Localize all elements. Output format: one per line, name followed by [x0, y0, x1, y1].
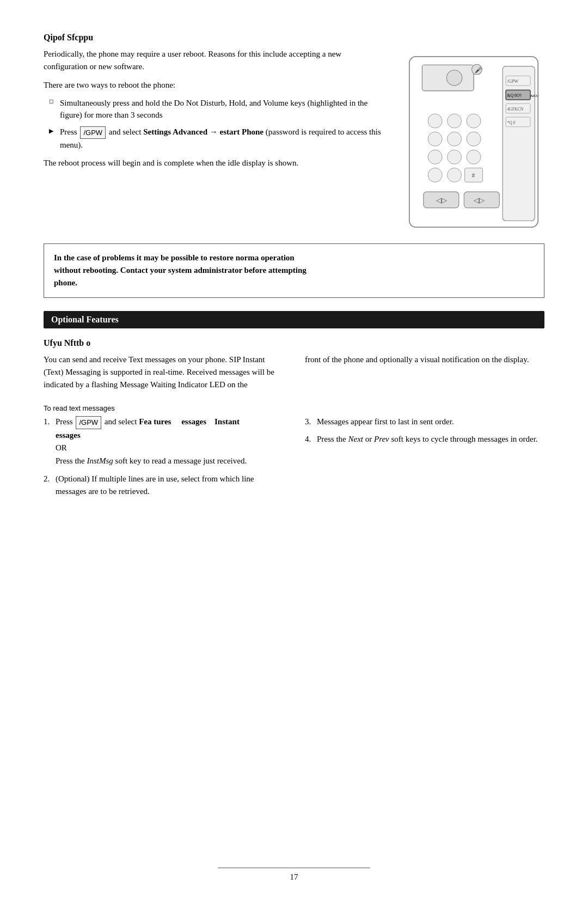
svg-text:&Q 0O†: &Q 0O† — [507, 93, 522, 98]
page-footer: 17 — [0, 868, 588, 882]
para2: There are two ways to reboot the phone: — [44, 79, 387, 91]
svg-point-26 — [448, 168, 462, 182]
svg-text:🎤: 🎤 — [475, 66, 482, 74]
svg-point-18 — [467, 114, 481, 128]
bullet-item-2: Press /GPW and select Settings Advanced … — [49, 126, 387, 151]
reboot-title: Qipof Sfcppu — [44, 33, 544, 42]
step1-content: Press /GPW and select Fea tures essages … — [56, 417, 247, 465]
infobox-line2: without rebooting. Contact your system a… — [54, 264, 534, 277]
features-para1: You can send and receive Text messages o… — [44, 353, 283, 392]
page: Qipof Sfcppu Periodically, the phone may… — [0, 0, 588, 909]
step-4: 4. Press the Next or Prev soft keys to c… — [305, 433, 544, 446]
step-1: 1. Press /GPW and select Fea tures essag… — [44, 416, 283, 467]
svg-text:#: # — [471, 172, 475, 179]
features-para1-right: front of the phone and optionally a visu… — [305, 353, 544, 366]
svg-point-22 — [428, 150, 442, 164]
phone-diagram-container: 🎤 /GPW &Q 0O† &KU 4GFKCN * — [403, 48, 544, 234]
steps-left: 1. Press /GPW and select Fea tures essag… — [44, 416, 283, 503]
section-optional-features: Optional Features Ufyu Nfttb o You can s… — [44, 311, 544, 504]
svg-point-25 — [428, 168, 442, 182]
bullet-item-1: Simultaneously press and hold the Do Not… — [49, 97, 387, 121]
restart-bold: → estart Phone — [210, 127, 264, 136]
svg-point-20 — [448, 132, 462, 146]
step1-bold: Fea tures essages Instant — [139, 417, 240, 426]
steps-list-right: 3. Messages appear first to last in sent… — [305, 416, 544, 446]
instmsg-italic: InstMsg — [87, 456, 113, 465]
reboot-bullets: Simultaneously press and hold the Do Not… — [44, 97, 387, 151]
footer-divider — [218, 868, 370, 868]
phone-diagram-svg: 🎤 /GPW &Q 0O† &KU 4GFKCN * — [403, 53, 544, 234]
svg-point-23 — [448, 150, 462, 164]
section-reboot: Qipof Sfcppu Periodically, the phone may… — [44, 33, 544, 298]
features-left: You can send and receive Text messages o… — [44, 353, 283, 397]
svg-point-16 — [428, 114, 442, 128]
step1-essages: essages — [56, 431, 81, 440]
para3: The reboot process will begin and is com… — [44, 157, 387, 169]
small-label: To read text messages — [44, 404, 544, 412]
svg-point-19 — [428, 132, 442, 146]
settings-bold: Settings Advanced — [143, 127, 207, 136]
page-number: 17 — [290, 873, 298, 882]
steps-right: 3. Messages appear first to last in sent… — [305, 416, 544, 503]
steps-list: 1. Press /GPW and select Fea tures essag… — [44, 416, 283, 498]
svg-point-21 — [467, 132, 481, 146]
svg-point-24 — [467, 150, 481, 164]
bullet2-text: and select Settings Advanced → estart Ph… — [60, 127, 381, 149]
step-3: 3. Messages appear first to last in sent… — [305, 416, 544, 428]
prev-key: Prev — [374, 435, 389, 443]
top-section: Periodically, the phone may require a us… — [44, 48, 544, 234]
step4-content: Press the Next or Prev soft keys to cycl… — [317, 435, 538, 443]
svg-rect-6 — [503, 66, 535, 221]
svg-text:&KU: &KU — [530, 94, 539, 98]
svg-text:/GPW: /GPW — [507, 79, 518, 84]
features-columns: You can send and receive Text messages o… — [44, 353, 544, 397]
optional-features-bar: Optional Features — [44, 311, 544, 328]
step1-key: /GPW — [76, 416, 101, 429]
text-messages-title: Ufyu Nfttb o — [44, 338, 544, 348]
step-2: 2. (Optional) If multiple lines are in u… — [44, 473, 283, 498]
gpw-key: /GPW — [80, 126, 106, 139]
next-key: Next — [348, 435, 364, 443]
svg-text:4GFKCN: 4GFKCN — [507, 107, 523, 112]
infobox-line3: phone. — [54, 277, 534, 289]
para1: Periodically, the phone may require a us… — [44, 48, 387, 74]
svg-text:◁▷: ◁▷ — [474, 196, 485, 204]
info-box: In the case of problems it may be possib… — [44, 243, 544, 298]
svg-point-3 — [446, 70, 462, 86]
features-right: front of the phone and optionally a visu… — [305, 353, 544, 397]
svg-point-17 — [448, 114, 462, 128]
top-left-content: Periodically, the phone may require a us… — [44, 48, 387, 234]
infobox-line1: In the case of problems it may be possib… — [54, 252, 534, 264]
steps-columns: 1. Press /GPW and select Fea tures essag… — [44, 416, 544, 503]
svg-text:◁▷: ◁▷ — [436, 196, 447, 204]
bullet2-prefix: Press — [60, 127, 77, 136]
svg-text:*Q F: *Q F — [507, 120, 516, 125]
